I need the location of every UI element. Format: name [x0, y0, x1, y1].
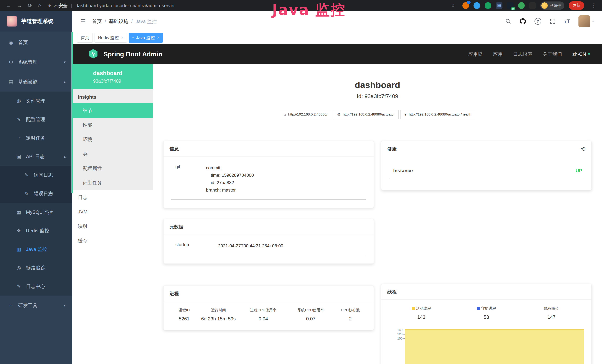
help-icon[interactable]: ?: [535, 18, 541, 25]
sba-item-environment[interactable]: 环境: [72, 132, 153, 147]
legend-peak-threads: 线程峰值 147: [519, 306, 584, 320]
extension-icon-4[interactable]: ▦: [496, 2, 502, 9]
extensions-puzzle-icon[interactable]: [529, 2, 536, 9]
sidebar-item-file-mgmt[interactable]: ◍ 文件管理: [0, 92, 72, 110]
sba-brand-title[interactable]: Spring Boot Admin: [103, 50, 162, 58]
avatar: [579, 15, 590, 27]
security-label[interactable]: 不安全: [54, 3, 68, 9]
sidebar-item-trace[interactable]: ◎ 链路追踪: [0, 258, 72, 277]
tab-redis-monitor[interactable]: Redis 监控 ×: [95, 33, 127, 43]
breadcrumb-item[interactable]: 基础设施: [109, 18, 128, 25]
fullscreen-icon[interactable]: [550, 18, 556, 24]
tab-java-monitor[interactable]: ● Java 监控 ×: [129, 33, 163, 43]
endpoint-actuator-link[interactable]: ⚙ http://192.168.0.2:48080/actuator: [333, 110, 399, 119]
extension-icon-5[interactable]: on: [507, 2, 514, 9]
profile-button[interactable]: 已暂停: [540, 1, 564, 10]
breadcrumb: 首页 / 基础设施 / Java 监控: [92, 18, 157, 25]
sba-item-metrics[interactable]: 性能: [72, 118, 153, 132]
browser-toolbar-right: ☆ 1 ▦ on 已暂停 更新 ⋮: [448, 1, 599, 10]
sidebar-item-home[interactable]: ◉ 首页: [0, 33, 72, 52]
sidebar-item-config-mgmt[interactable]: ✎ 配置管理: [0, 110, 72, 129]
chevron-down-icon: ▾: [64, 60, 66, 64]
github-icon[interactable]: [520, 18, 526, 24]
legend-label: 活动线程: [416, 306, 431, 311]
sba-nav-wallboard[interactable]: 应用墙: [468, 51, 483, 57]
sidebar-item-redis-monitor[interactable]: ❖ Redis 监控: [0, 221, 72, 240]
sba-item-mappings[interactable]: 映射: [72, 219, 153, 234]
sba-item-scheduled-tasks[interactable]: 计划任务: [72, 176, 153, 190]
app-logo[interactable]: 芋道管理系统: [0, 11, 72, 32]
extension-icon-1[interactable]: 1: [462, 2, 469, 9]
url-text[interactable]: dashboard.yudao.iocoder.cn/infra/admin-s…: [75, 3, 175, 8]
chevron-down-icon: ▾: [592, 19, 594, 23]
sidebar-item-dev-tools[interactable]: ⌂ 研发工具 ▾: [0, 296, 72, 315]
hamburger-icon[interactable]: ☰: [80, 18, 86, 25]
extension-icon-2[interactable]: [473, 2, 480, 9]
bookmark-star-icon[interactable]: ☆: [448, 3, 458, 8]
instance-name: dashboard: [93, 70, 153, 76]
sba-nav-journal[interactable]: 日志报表: [513, 51, 532, 57]
active-dot-icon: ●: [132, 36, 134, 39]
address-separator: |: [71, 3, 72, 8]
threads-card: 线程 活动线程 143 守护进程: [381, 284, 592, 364]
legend-label: 线程峰值: [544, 306, 559, 311]
tab-label: Java 监控: [136, 35, 155, 41]
stat-header: 运行时间: [197, 308, 239, 313]
info-card: 信息 git commit: time: 1596289704000 id: 2…: [163, 141, 374, 208]
forward-icon[interactable]: →: [14, 3, 24, 8]
legend-value: 147: [519, 314, 584, 320]
sidebar-item-java-monitor[interactable]: ▥ Java 监控: [0, 240, 72, 258]
breadcrumb-current: Java 监控: [136, 18, 157, 25]
breadcrumb-item[interactable]: 首页: [92, 18, 102, 25]
sba-item-caches[interactable]: 缓存: [72, 234, 153, 248]
sidebar-item-access-logs[interactable]: ✎ 访问日志: [0, 166, 72, 184]
card-title: 进程: [163, 286, 374, 301]
sba-item-details[interactable]: 细节: [72, 103, 153, 118]
threads-chart: 140 120 100: [389, 327, 584, 364]
update-button[interactable]: 更新: [569, 1, 584, 10]
close-icon[interactable]: ×: [157, 35, 160, 40]
sba-item-jvm[interactable]: JVM: [72, 204, 153, 219]
locale-select[interactable]: zh-CN ▾: [572, 51, 590, 57]
browser-home-icon[interactable]: ⌂: [35, 3, 44, 8]
tab-label: 首页: [81, 35, 89, 41]
history-icon[interactable]: ⟲: [581, 146, 585, 152]
sidebar-item-log-center[interactable]: ✎ 日志中心: [0, 277, 72, 296]
user-menu[interactable]: ▾: [579, 15, 594, 27]
health-instance-row[interactable]: Instance UP: [389, 166, 584, 179]
sidebar-item-api-logs[interactable]: ▣ API 日志 ▴: [0, 147, 72, 166]
chart-y-axis: 140 120 100: [389, 327, 405, 364]
sba-nav-applications[interactable]: 应用: [493, 51, 503, 57]
extension-icon-6[interactable]: [518, 2, 525, 9]
endpoint-root-link[interactable]: ⌂ http://192.168.0.2:48080/: [280, 110, 331, 119]
log-icon: ▣: [16, 154, 22, 160]
sba-nav-about[interactable]: 关于我们: [543, 51, 562, 57]
monitor-icon: ▤: [8, 79, 14, 85]
sidebar-item-infrastructure[interactable]: ▤ 基础设施 ▴: [0, 72, 72, 92]
sidebar-item-mysql-monitor[interactable]: ▦ MySQL 监控: [0, 203, 72, 221]
endpoint-health-link[interactable]: ♥ http://192.168.0.2:48080/actuator/heal…: [400, 110, 475, 119]
layers-icon: ❖: [16, 228, 22, 234]
sba-item-logs[interactable]: 日志: [72, 190, 153, 204]
gear-icon: ⚙: [8, 59, 14, 65]
extension-on-badge: on: [511, 7, 515, 10]
card-title: 信息: [163, 141, 374, 157]
tab-home[interactable]: 首页: [77, 33, 93, 43]
extension-icon-3[interactable]: [485, 2, 491, 9]
heart-icon: ♥: [404, 112, 407, 117]
sidebar-item-error-logs[interactable]: ✎ 错误日志: [0, 184, 72, 203]
back-icon[interactable]: ←: [3, 3, 13, 8]
search-icon[interactable]: [505, 18, 511, 24]
reload-icon[interactable]: ⟳: [25, 3, 35, 8]
stat-header: CPU核心数: [334, 308, 366, 313]
metadata-card: 元数据 startup 2021-04-27T00:44:31.254+08:0…: [163, 219, 374, 264]
sba-item-classes[interactable]: 类: [72, 147, 153, 161]
browser-menu-icon[interactable]: ⋮: [589, 3, 599, 8]
sidebar-item-cron-jobs[interactable]: ◔ 定时任务: [0, 129, 72, 147]
instance-header[interactable]: dashboard 93a3fc7f7409: [72, 64, 153, 89]
sba-item-config-props[interactable]: 配置属性: [72, 161, 153, 176]
close-icon[interactable]: ×: [121, 35, 123, 40]
address-bar[interactable]: ⚠ 不安全 | dashboard.yudao.iocoder.cn/infra…: [47, 3, 175, 9]
sidebar-item-system-mgmt[interactable]: ⚙ 系统管理 ▾: [0, 52, 72, 72]
font-size-icon[interactable]: TT: [564, 18, 570, 24]
